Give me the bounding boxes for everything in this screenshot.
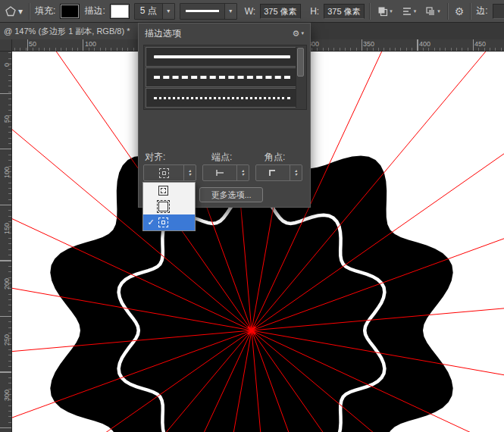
gear-icon[interactable]: ⚙ [453,5,466,17]
chevron-down-icon: ▾ [18,6,23,17]
stroke-swatch[interactable] [110,4,130,19]
dotted-line-preview [154,97,290,99]
align-option-outside[interactable]: ✓ [143,214,195,230]
align-center-icon [158,202,168,211]
align-option-center[interactable] [143,199,195,214]
stepper-arrows-icon[interactable]: ▴▾ [183,165,196,180]
caps-label: 端点: [211,151,232,164]
fill-swatch[interactable] [60,4,80,19]
fill-label: 填充: [35,5,55,17]
chevron-down-icon: ▾ [414,8,417,14]
stroke-style-option-dashed[interactable] [146,67,305,87]
stepper-arrows-icon[interactable]: ▴▾ [290,165,302,180]
stroke-style-option-dotted[interactable] [146,88,305,108]
height-field[interactable]: 375 像素 [324,4,365,19]
height-label: H: [310,6,319,17]
ruler-label: 50 [3,115,11,123]
path-operations-button[interactable]: ▾ [375,3,395,20]
ruler-label: 200 [3,278,11,290]
corners-combo[interactable]: ▴▾ [255,164,302,181]
gear-icon: ⚙ [293,29,300,39]
stroke-width-value: 5 点 [135,5,162,17]
corners-label: 角点: [265,151,285,164]
ruler-major-ticks [0,52,11,432]
path-arrangement-button[interactable]: ▾ [423,3,443,20]
stroke-width-combo[interactable]: 5 点 ▾ [134,3,175,20]
path-operations-icon [377,6,388,17]
align-dropdown-popup: ✓ [142,182,196,231]
scrollbar[interactable] [296,47,305,108]
chevron-down-icon: ▾ [437,8,440,14]
path-alignment-icon [402,6,412,17]
divider [29,3,30,20]
document-tab[interactable]: @ 147% (多边形 1 副本, RGB/8) * [0,23,139,39]
width-field[interactable]: 375 像素 [260,4,301,19]
ruler-label: 350 [363,40,374,48]
ruler-label: 150 [3,223,11,234]
sides-field[interactable] [493,4,504,19]
align-outside-icon [158,218,168,227]
panel-header: 描边选项 ⚙ ▾ [139,23,310,43]
stroke-style-combo[interactable]: ▾ [180,3,237,20]
path-alignment-button[interactable]: ▾ [399,3,419,20]
stepper-arrows-icon[interactable]: ▴▾ [236,165,249,180]
ruler-label: 100 [85,40,96,48]
chevron-down-icon: ▾ [390,8,393,14]
tool-preset-button[interactable]: ▾ [3,5,24,17]
stroke-style-list [143,45,307,110]
stroke-options-panel: 描边选项 ⚙ ▾ 对齐: 端点: 角点: ▴▾ [138,23,311,208]
align-label: 对齐: [145,151,165,164]
divider [369,3,371,20]
ruler-label: 300 [3,390,11,401]
caps-combo[interactable]: ▴▾ [202,164,249,181]
scrollbar-thumb[interactable] [297,48,304,77]
ruler-label: 50 [29,40,36,48]
ruler-corner [0,39,12,52]
ruler-label: 400 [419,40,430,48]
align-outside-icon [144,168,183,178]
sides-label: 边: [476,5,487,17]
options-bar: ▾ 填充: 描边: 5 点 ▾ ▾ W: 375 像素 H: 375 像素 [0,0,504,23]
chevron-down-icon[interactable]: ▾ [224,4,236,19]
panel-title: 描边选项 [145,27,181,40]
document-title: @ 147% (多边形 1 副本, RGB/8) * [4,26,130,37]
ruler-label: 100 [3,167,11,178]
polygon-tool-icon [5,5,17,17]
stroke-style-option-solid[interactable] [146,47,305,67]
width-label: W: [245,6,255,17]
divider [470,3,471,20]
panel-menu-button[interactable]: ⚙ ▾ [293,29,304,39]
miter-corner-icon [256,168,290,177]
chevron-down-icon: ▾ [301,30,304,36]
align-option-inside[interactable] [143,183,195,199]
path-arrangement-icon [425,6,436,17]
ruler-label: 250 [3,334,11,346]
dashed-line-preview [154,76,290,79]
align-combo[interactable]: ▴▾ [143,164,196,181]
photoshop-window: ▾ 填充: 描边: 5 点 ▾ ▾ W: 375 像素 H: 375 像素 [0,0,504,432]
vertical-ruler: 050100150200250300 [0,52,12,432]
solid-line-preview [154,55,290,58]
stroke-label: 描边: [84,5,105,17]
more-options-button[interactable]: 更多选项... [199,187,263,202]
divider [447,3,449,20]
align-inside-icon [158,186,168,196]
check-icon: ✓ [147,218,155,227]
ruler-label: 450 [474,40,486,48]
stroke-style-preview [186,10,219,12]
ruler-label: 0 [3,63,11,67]
butt-cap-icon [203,169,236,177]
chevron-down-icon[interactable]: ▾ [162,4,174,19]
